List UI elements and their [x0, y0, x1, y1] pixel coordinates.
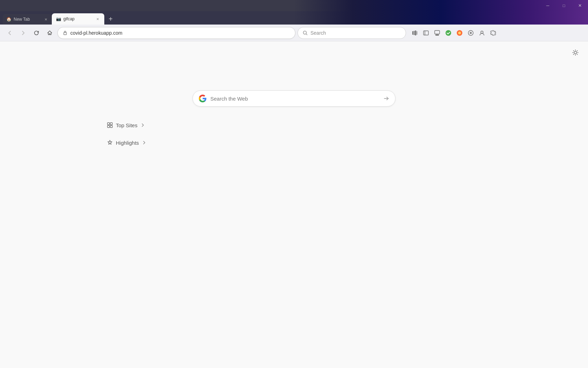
search-bar-placeholder: Search — [310, 30, 326, 36]
search-bar[interactable]: Search — [298, 27, 406, 39]
main-content: Top Sites Highlights — [0, 41, 588, 368]
sidebar-button[interactable] — [421, 28, 431, 38]
extension2-button[interactable] — [454, 28, 465, 38]
toolbar-icons — [410, 28, 498, 38]
tab-new-tab[interactable]: 🏠 New Tab ✕ — [3, 14, 52, 25]
svg-point-12 — [458, 32, 461, 34]
svg-rect-18 — [110, 123, 112, 125]
profile-button[interactable] — [477, 28, 487, 38]
extension1-icon — [445, 29, 452, 36]
refresh-icon — [34, 30, 39, 36]
svg-rect-17 — [107, 123, 110, 125]
svg-rect-5 — [417, 31, 418, 35]
minimize-button[interactable]: ─ — [540, 0, 556, 11]
extension2-icon — [456, 29, 463, 36]
maximize-button[interactable]: □ — [556, 0, 572, 11]
close-button[interactable]: ✕ — [572, 0, 588, 11]
search-submit-icon — [383, 95, 390, 102]
top-sites-chevron-icon — [140, 123, 145, 128]
svg-rect-0 — [64, 33, 66, 35]
sections-container: Top Sites Highlights — [107, 121, 212, 147]
home-button[interactable] — [44, 27, 55, 39]
svg-rect-2 — [412, 31, 413, 35]
tab-view-icon — [434, 30, 440, 36]
search-web-input[interactable] — [210, 96, 380, 102]
svg-rect-6 — [424, 31, 428, 35]
settings-button[interactable] — [570, 47, 581, 58]
new-tab-close-icon[interactable]: ✕ — [43, 17, 48, 22]
svg-rect-3 — [414, 31, 415, 35]
extension3-icon — [468, 30, 474, 36]
search-web-bar[interactable] — [192, 90, 396, 107]
tab-gifcap[interactable]: 📷 gifcap ✕ — [52, 13, 104, 25]
extension1-button[interactable] — [443, 28, 454, 38]
back-icon — [7, 30, 13, 36]
highlights-icon — [107, 139, 113, 146]
search-bar-icon — [303, 30, 308, 35]
highlights-chevron-icon — [142, 140, 147, 145]
tab-view-button[interactable] — [432, 28, 442, 38]
extension3-button[interactable] — [465, 28, 476, 38]
sidebar-icon — [423, 30, 429, 36]
top-sites-section[interactable]: Top Sites — [107, 121, 212, 130]
svg-rect-20 — [110, 125, 112, 128]
home-icon — [47, 30, 52, 36]
forward-icon — [20, 30, 26, 36]
secure-icon — [63, 30, 68, 35]
new-tab-title: New Tab — [14, 17, 41, 22]
gifcap-tab-close-icon[interactable]: ✕ — [95, 16, 100, 21]
svg-rect-8 — [435, 30, 440, 34]
profile-icon — [479, 30, 485, 36]
gifcap-tab-title: gifcap — [63, 16, 93, 21]
extensions-icon — [490, 30, 496, 36]
library-button[interactable] — [410, 28, 420, 38]
settings-icon — [572, 49, 579, 56]
url-bar[interactable]: covid-pl.herokuapp.com — [57, 27, 295, 39]
svg-point-14 — [470, 32, 472, 34]
new-tab-button[interactable]: + — [106, 14, 115, 24]
svg-rect-4 — [415, 30, 416, 35]
gifcap-favicon: 📷 — [56, 16, 61, 21]
svg-rect-9 — [435, 34, 439, 35]
extensions-button[interactable] — [488, 28, 498, 38]
google-logo-icon — [198, 94, 207, 103]
library-icon — [412, 30, 418, 36]
refresh-button[interactable] — [31, 27, 42, 39]
top-sites-icon — [107, 122, 113, 128]
new-tab-favicon: 🏠 — [6, 17, 12, 22]
svg-rect-19 — [107, 125, 110, 128]
forward-button[interactable] — [18, 27, 29, 39]
top-sites-label: Top Sites — [116, 122, 138, 128]
highlights-label: Highlights — [116, 140, 139, 146]
back-button[interactable] — [4, 27, 15, 39]
url-text: covid-pl.herokuapp.com — [70, 30, 122, 36]
svg-point-10 — [446, 30, 451, 36]
nav-bar: covid-pl.herokuapp.com Search — [0, 25, 588, 41]
svg-point-16 — [574, 52, 577, 54]
highlights-section[interactable]: Highlights — [107, 138, 212, 147]
